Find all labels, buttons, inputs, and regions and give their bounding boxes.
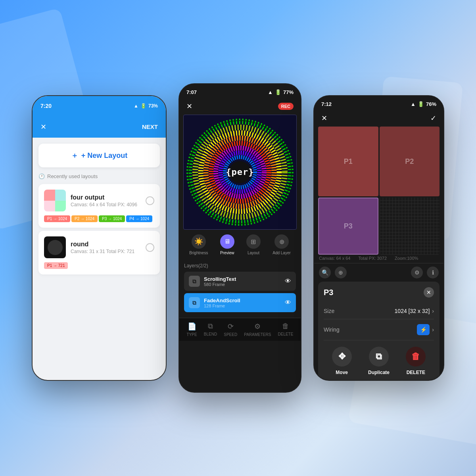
panel-p3[interactable]: P3 xyxy=(318,198,378,255)
phone-p3-settings: 7:12 ▲ 🔋 76% ✕ ✓ P1 P2 P3 xyxy=(313,95,444,381)
delete-action[interactable]: 🗑 DELETE xyxy=(406,347,426,375)
layout-meta-round: Canvas: 31 x 31 Total PX: 721 xyxy=(71,249,141,254)
duplicate-action[interactable]: ⧉ Duplicate xyxy=(368,347,390,375)
thumb-q2 xyxy=(55,190,66,201)
new-layout-button[interactable]: ＋ + New Layout xyxy=(38,144,160,167)
phone2-status-bar: 7:07 ▲ 🔋 77% xyxy=(179,84,301,100)
panel-p4-empty xyxy=(380,198,440,255)
new-layout-label: + New Layout xyxy=(81,152,128,160)
speed-btn[interactable]: ⟳ SPEED xyxy=(224,322,237,337)
wiring-chevron: › xyxy=(432,326,434,333)
radio-round[interactable] xyxy=(146,243,154,252)
layout-thumb-four-output xyxy=(44,190,66,211)
phone1-content: ＋ + New Layout 🕐 Recently used layouts xyxy=(33,138,166,284)
p3-title: P3 xyxy=(324,288,333,297)
phone2-battery-level: 77% xyxy=(283,89,294,95)
info-icon[interactable]: ℹ xyxy=(427,267,439,278)
type-btn[interactable]: 📄 TYPE xyxy=(187,322,197,337)
phone-layout-selection: 7:20 ▲ 🔋 73% ✕ NEXT ＋ + New Layout 🕐 Rec… xyxy=(32,95,167,381)
brightness-icon: ☀️ xyxy=(192,234,206,249)
parameters-btn[interactable]: ⚙ PARAMETERS xyxy=(244,322,271,337)
px-tag-p3: P3 → 1024 xyxy=(99,215,125,222)
blend-icon: ⧉ xyxy=(208,322,213,330)
phone-preview: 7:07 ▲ 🔋 77% ✕ REC xyxy=(178,83,301,393)
delete-btn[interactable]: 🗑 DELETE xyxy=(278,322,293,337)
speed-icon: ⟳ xyxy=(228,322,234,331)
canvas-meta: Canvas: 64 x 64 Total PX: 3072 Zoom:100% xyxy=(314,253,443,263)
thumb-q4 xyxy=(55,201,66,212)
preview-icon: 🖥 xyxy=(220,234,234,249)
phone1-close-btn[interactable]: ✕ xyxy=(40,123,46,131)
type-label: TYPE xyxy=(187,332,197,337)
search-icon[interactable]: 🔍 xyxy=(319,267,331,278)
brightness-label: Brightness xyxy=(189,251,208,255)
brightness-btn[interactable]: ☀️ Brightness xyxy=(189,234,208,255)
phone1-time: 7:20 xyxy=(40,103,52,109)
panel-p1[interactable]: P1 xyxy=(318,127,378,196)
move-action[interactable]: ✥ Move xyxy=(332,347,352,375)
eye-icon-scrolling[interactable]: 👁 xyxy=(285,278,291,285)
layout-label: Layout xyxy=(248,251,259,255)
phone2-status-icons: ▲ 🔋 77% xyxy=(268,89,294,95)
thumb-q1 xyxy=(44,190,55,201)
canvas-area: {per} xyxy=(183,115,297,230)
size-label: Size xyxy=(324,308,334,314)
layout-btn[interactable]: ⊞ Layout xyxy=(246,234,261,255)
rec-badge[interactable]: REC xyxy=(278,103,294,110)
layout-item-four-output[interactable]: four output Canvas: 64 x 64 Total PX: 40… xyxy=(38,184,160,228)
layout-thumb-round xyxy=(44,236,66,258)
p3-panel: P3 ✕ Size 1024 [32 x 32] › Wiring ⚡ › xyxy=(318,282,440,381)
layout-item-header-round: round Canvas: 31 x 31 Total PX: 721 xyxy=(44,236,154,258)
p3-panel-header: P3 ✕ xyxy=(324,287,434,298)
px-tag-p2: P2 → 1024 xyxy=(71,215,98,222)
phone2-close-btn[interactable]: ✕ xyxy=(186,102,192,111)
phones-container: 7:20 ▲ 🔋 73% ✕ NEXT ＋ + New Layout 🕐 Rec… xyxy=(32,83,444,393)
phone2-time: 7:07 xyxy=(186,89,197,95)
size-value-container[interactable]: 1024 [32 x 32] › xyxy=(395,308,434,314)
p3-actions: ✥ Move ⧉ Duplicate 🗑 DELETE xyxy=(324,340,434,378)
p3-close-btn[interactable]: ✕ xyxy=(424,287,434,298)
zoom-level: Zoom:100% xyxy=(395,256,418,261)
clock-icon: 🕐 xyxy=(38,173,45,179)
delete-label-p3: DELETE xyxy=(407,370,425,375)
rainbow-circle-svg: {per} xyxy=(186,119,294,226)
radio-four-output[interactable] xyxy=(146,196,154,205)
panel-p3-label: P3 xyxy=(344,222,353,230)
duplicate-label: Duplicate xyxy=(368,370,390,375)
settings-icon[interactable]: ⚙ xyxy=(411,267,423,278)
phone1-battery-level: 73% xyxy=(148,103,158,109)
phone1-header: ✕ NEXT xyxy=(33,116,166,138)
layer-info-fade: FadeAndScroll 128 Frame xyxy=(204,298,281,308)
add-layer-label: Add Layer xyxy=(273,251,291,255)
layer-fade-scroll[interactable]: ⧉ FadeAndScroll 128 Frame 👁 xyxy=(184,293,296,312)
layout-info-four-output: four output Canvas: 64 x 64 Total PX: 40… xyxy=(71,194,141,207)
panel-p2[interactable]: P2 xyxy=(380,127,440,196)
px-tag-p1-only: P1 → 721 xyxy=(44,262,68,269)
layer-frames-scrolling: 580 Frame xyxy=(204,282,281,287)
phone3-status-icons: ▲ 🔋 76% xyxy=(411,101,436,107)
phone3-status-bar: 7:12 ▲ 🔋 76% xyxy=(314,96,443,112)
layers-section: Layers(2/2) ⧉ ScrollingText 580 Frame 👁 … xyxy=(179,260,301,318)
phone2-wifi-icon: ▲ xyxy=(268,89,273,95)
p3-size-row: Size 1024 [32 x 32] › xyxy=(324,303,434,319)
total-px: Total PX: 3072 xyxy=(359,256,387,261)
plus-icon: ＋ xyxy=(71,151,78,160)
p3-wiring-row: Wiring ⚡ › xyxy=(324,319,434,340)
layout-item-round[interactable]: round Canvas: 31 x 31 Total PX: 721 P1 →… xyxy=(38,231,160,274)
wiring-value-container[interactable]: ⚡ › xyxy=(417,324,434,335)
layer-frames-fade: 128 Frame xyxy=(204,303,281,308)
svg-text:{per}: {per} xyxy=(226,167,254,177)
phone3-check-btn[interactable]: ✓ xyxy=(430,114,436,123)
eye-icon-fade[interactable]: 👁 xyxy=(285,299,291,306)
layout-icon: ⊞ xyxy=(246,234,261,249)
zoom-in-icon[interactable]: ⊕ xyxy=(335,267,347,278)
layer-scrolling-text[interactable]: ⧉ ScrollingText 580 Frame 👁 xyxy=(184,272,296,291)
size-chevron: › xyxy=(432,308,434,314)
duplicate-icon: ⧉ xyxy=(369,347,389,367)
phone1-next-btn[interactable]: NEXT xyxy=(142,123,158,130)
preview-btn[interactable]: 🖥 Preview xyxy=(220,234,234,255)
layout-meta-four-output: Canvas: 64 x 64 Total PX: 4096 xyxy=(71,202,141,207)
phone3-close-btn[interactable]: ✕ xyxy=(321,114,327,123)
add-layer-btn[interactable]: ⊕ Add Layer xyxy=(273,234,291,255)
blend-btn[interactable]: ⧉ BLEND xyxy=(204,322,217,337)
